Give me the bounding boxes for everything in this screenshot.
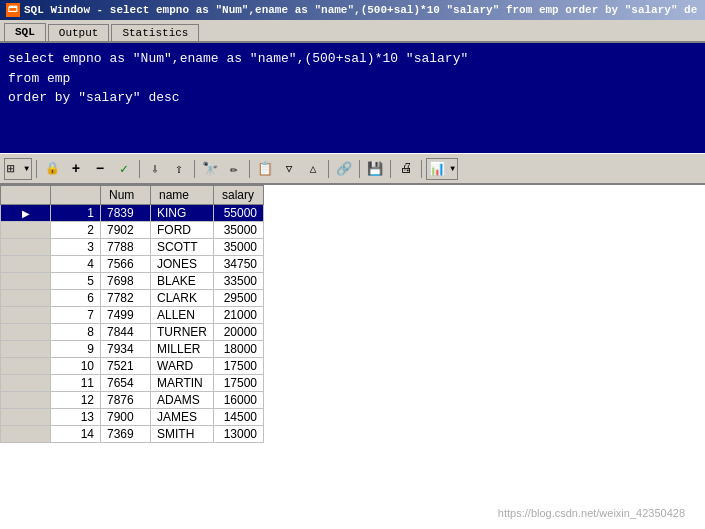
name-cell: KING [151,205,214,222]
num-cell: 7934 [101,341,151,358]
salary-cell: 17500 [214,375,264,392]
name-cell: MARTIN [151,375,214,392]
row-number-cell: 13 [51,409,101,426]
toolbar: ⊞ ▼ 🔒 + − ✓ ⇩ ⇧ [0,153,705,185]
name-cell: TURNER [151,324,214,341]
name-col-header[interactable]: name [151,186,214,205]
name-cell: SCOTT [151,239,214,256]
print-button[interactable]: 🖨 [395,158,417,180]
salary-cell: 21000 [214,307,264,324]
table-row[interactable]: 127876ADAMS16000 [1,392,264,409]
pencil-icon: ✏ [230,161,238,177]
num-cell: 7782 [101,290,151,307]
triangle-down-icon: ▽ [286,162,293,175]
row-indicator-cell [1,375,51,392]
table-row[interactable]: 27902FORD35000 [1,222,264,239]
num-cell: 7839 [101,205,151,222]
table-row[interactable]: 107521WARD17500 [1,358,264,375]
table-row[interactable]: 87844TURNER20000 [1,324,264,341]
row-number-cell: 5 [51,273,101,290]
table-row[interactable]: 117654MARTIN17500 [1,375,264,392]
separator-7 [390,160,391,178]
filter-button[interactable]: ✏ [223,158,245,180]
separator-3 [194,160,195,178]
row-indicator-cell [1,256,51,273]
scroll-up-button[interactable]: △ [302,158,324,180]
binoculars-icon: 🔭 [202,161,218,177]
row-indicator-cell [1,307,51,324]
link-button[interactable]: 🔗 [333,158,355,180]
separator-8 [421,160,422,178]
table-row[interactable]: 67782CLARK29500 [1,290,264,307]
tab-sql[interactable]: SQL [4,23,46,41]
save-icon: 💾 [367,161,383,177]
title-bar: 🗃 SQL Window - select empno as "Num",ena… [0,0,705,20]
row-indicator-cell [1,239,51,256]
table-row[interactable]: ▶17839KING55000 [1,205,264,222]
minus-icon: − [96,161,104,177]
results-table: Num name salary ▶17839KING5500027902FORD… [0,185,264,443]
row-number-cell: 8 [51,324,101,341]
row-indicator-cell [1,290,51,307]
table-row[interactable]: 97934MILLER18000 [1,341,264,358]
salary-cell: 35000 [214,239,264,256]
content-area: select empno as "Num",ename as "name",(5… [0,43,705,529]
row-number-cell: 3 [51,239,101,256]
num-cell: 7654 [101,375,151,392]
sort-desc-button[interactable]: ⇧ [168,158,190,180]
row-number-cell: 2 [51,222,101,239]
tab-statistics[interactable]: Statistics [111,24,199,41]
row-number-cell: 12 [51,392,101,409]
row-indicator-cell [1,273,51,290]
table-row[interactable]: 47566JONES34750 [1,256,264,273]
watermark: https://blog.csdn.net/weixin_42350428 [498,507,685,519]
row-indicator-cell [1,392,51,409]
sort-desc-icon: ⇧ [175,161,183,177]
add-row-button[interactable]: + [65,158,87,180]
confirm-button[interactable]: ✓ [113,158,135,180]
lock-button[interactable]: 🔒 [41,158,63,180]
salary-cell: 17500 [214,358,264,375]
row-indicator-cell [1,358,51,375]
name-cell: WARD [151,358,214,375]
grid-area[interactable]: Num name salary ▶17839KING5500027902FORD… [0,185,705,529]
tab-output[interactable]: Output [48,24,110,41]
row-indicator-cell [1,341,51,358]
table-row[interactable]: 57698BLAKE33500 [1,273,264,290]
num-cell: 7902 [101,222,151,239]
separator-1 [36,160,37,178]
table-row[interactable]: 77499ALLEN21000 [1,307,264,324]
sort-asc-icon: ⇩ [151,161,159,177]
chart-button[interactable]: 📊 ▼ [426,158,458,180]
separator-2 [139,160,140,178]
name-cell: BLAKE [151,273,214,290]
salary-cell: 33500 [214,273,264,290]
copy-button[interactable]: 📋 [254,158,276,180]
table-row[interactable]: 37788SCOTT35000 [1,239,264,256]
name-cell: JAMES [151,409,214,426]
triangle-up-icon: △ [310,162,317,175]
num-cell: 7844 [101,324,151,341]
salary-col-header[interactable]: salary [214,186,264,205]
salary-cell: 16000 [214,392,264,409]
tab-bar: SQL Output Statistics [0,20,705,43]
scroll-down-button[interactable]: ▽ [278,158,300,180]
save-button[interactable]: 💾 [364,158,386,180]
row-indicator-cell [1,409,51,426]
grid-view-button[interactable]: ⊞ ▼ [4,158,32,180]
name-cell: CLARK [151,290,214,307]
sort-asc-button[interactable]: ⇩ [144,158,166,180]
app-icon: 🗃 [6,3,20,17]
sql-editor[interactable]: select empno as "Num",ename as "name",(5… [0,43,705,153]
row-number-cell: 10 [51,358,101,375]
plus-icon: + [72,161,80,177]
separator-6 [359,160,360,178]
remove-row-button[interactable]: − [89,158,111,180]
table-row[interactable]: 147369SMITH13000 [1,426,264,443]
table-row[interactable]: 137900JAMES14500 [1,409,264,426]
name-cell: SMITH [151,426,214,443]
salary-cell: 35000 [214,222,264,239]
search-button[interactable]: 🔭 [199,158,221,180]
copy-icon: 📋 [257,161,273,177]
num-col-header[interactable]: Num [101,186,151,205]
